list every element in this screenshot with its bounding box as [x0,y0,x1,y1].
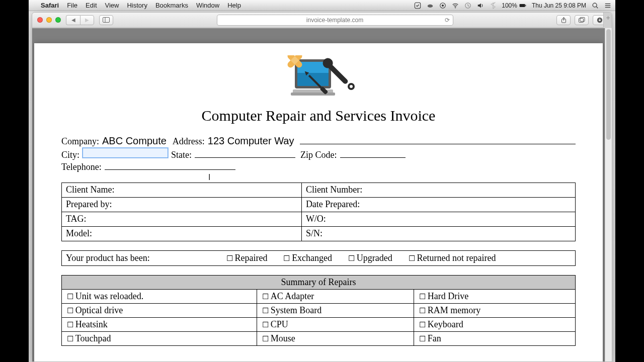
menu-help[interactable]: Help [227,2,241,9]
record-icon[interactable] [439,2,446,9]
svg-rect-17 [580,18,585,22]
table-row: TAG:W/O: [62,212,576,226]
table-row: Optical drive System Board RAM memory [62,303,576,317]
status-repaired-checkbox[interactable]: Repaired [226,253,268,263]
telephone-label: Telephone: [61,161,102,173]
table-row: Model:S/N: [62,226,576,241]
company-value[interactable]: ABC Compute [102,134,167,148]
timemachine-icon[interactable] [464,2,471,9]
forward-button[interactable]: ▶ [80,15,94,25]
window-zoom-button[interactable] [55,17,61,23]
svg-point-8 [593,3,597,7]
summary-header: Summary of Repairs [62,275,576,289]
menu-bookmarks[interactable]: Bookmarks [155,2,188,9]
safari-window: ◀ ▶ invoice-template.com ⟳ + [32,12,612,362]
repair-mouse-checkbox[interactable]: Mouse [262,333,295,343]
table-row: Prepared by:Date Prepared: [62,197,576,212]
summary-of-repairs-table: Summary of Repairs Unit was reloaded. AC… [61,275,576,346]
battery-percent: 100% [502,2,517,9]
table-row: Unit was reloaded. AC Adapter Hard Drive [62,289,576,303]
invoice-logo [61,55,576,103]
invoice-document: Computer Repair and Services Invoice Com… [34,43,603,361]
text-cursor-icon: I [208,172,210,183]
prepared-by-cell[interactable]: Prepared by: [62,197,302,212]
city-input[interactable] [83,148,168,158]
fastswitch-icon[interactable] [414,2,421,9]
repair-keyboard-checkbox[interactable]: Keyboard [419,319,463,329]
spotlight-icon[interactable] [591,2,599,9]
zip-label: Zip Code: [300,149,337,161]
svg-line-9 [596,7,598,8]
volume-icon[interactable] [476,2,484,9]
menu-edit[interactable]: Edit [86,2,97,9]
tabs-button[interactable] [575,15,589,25]
back-button[interactable]: ◀ [66,15,80,25]
svg-rect-20 [291,93,335,96]
menu-window[interactable]: Window [196,2,219,9]
new-tab-button[interactable]: + [603,13,612,28]
menu-file[interactable]: File [67,2,77,9]
date-prepared-cell[interactable]: Date Prepared: [301,197,575,212]
client-info-table: Client Name:Client Number: Prepared by:D… [61,183,576,241]
svg-rect-13 [103,18,110,23]
notification-center-icon[interactable] [604,2,611,9]
status-prompt: Your product has been: [66,253,150,263]
svg-point-1 [427,4,433,7]
menu-view[interactable]: View [105,2,119,9]
wifi-icon[interactable] [451,2,459,9]
safari-toolbar: ◀ ▶ invoice-template.com ⟳ [32,13,612,28]
address-value[interactable]: 123 Computer Way [208,134,294,148]
svg-rect-16 [579,19,583,23]
address-bar[interactable]: invoice-template.com ⟳ [217,15,453,26]
tag-cell[interactable]: TAG: [62,212,302,226]
sn-cell[interactable]: S/N: [301,226,575,241]
repair-touchpad-checkbox[interactable]: Touchpad [67,333,111,343]
repair-ram-checkbox[interactable]: RAM memory [419,305,480,315]
repair-optical-drive-checkbox[interactable]: Optical drive [67,305,123,315]
table-row: Heatsink CPU Keyboard [62,317,576,331]
url-display: invoice-template.com [306,17,363,24]
svg-rect-0 [415,3,420,8]
repair-hard-drive-checkbox[interactable]: Hard Drive [419,291,468,301]
repair-heatsink-checkbox[interactable]: Heatsink [67,319,108,329]
wo-cell[interactable]: W/O: [301,212,575,226]
svg-rect-6 [520,4,525,7]
state-label: State: [171,149,192,161]
sidebar-toggle-button[interactable] [99,15,113,25]
company-label: Company: [61,135,99,147]
svg-point-4 [455,7,456,8]
repair-cpu-checkbox[interactable]: CPU [262,319,288,329]
repair-ac-adapter-checkbox[interactable]: AC Adapter [262,291,314,301]
table-row: Client Name:Client Number: [62,183,576,197]
repair-system-board-checkbox[interactable]: System Board [262,305,321,315]
battery-icon[interactable] [519,2,527,9]
repair-unit-reloaded-checkbox[interactable]: Unit was reloaded. [67,291,143,301]
share-button[interactable] [556,15,571,25]
page-viewport: Computer Repair and Services Invoice Com… [32,28,605,361]
client-name-cell[interactable]: Client Name: [62,183,302,197]
vertical-scrollbar[interactable] [605,28,612,361]
app-name[interactable]: Safari [41,2,59,9]
svg-point-29 [350,85,353,88]
menu-history[interactable]: History [127,2,147,9]
repair-fan-checkbox[interactable]: Fan [419,333,441,343]
address-label: Address: [173,135,205,147]
client-number-cell[interactable]: Client Number: [301,183,575,197]
menubar-datetime[interactable]: Thu Jun 25 9:08 PM [532,2,586,9]
status-returned-checkbox[interactable]: Returned not repaired [409,253,496,263]
cloud-icon[interactable] [426,2,434,9]
product-status-row: Your product has been: Repaired Exchange… [61,250,576,266]
window-close-button[interactable] [37,17,43,23]
reload-icon[interactable]: ⟳ [445,17,450,24]
city-label: City: [61,149,79,161]
invoice-title: Computer Repair and Services Invoice [61,107,576,124]
svg-point-3 [442,4,444,6]
window-minimize-button[interactable] [46,17,52,23]
status-upgraded-checkbox[interactable]: Upgraded [348,253,392,263]
model-cell[interactable]: Model: [62,226,302,241]
svg-rect-7 [526,5,526,6]
table-row: Touchpad Mouse Fan [62,331,576,345]
bluetooth-icon[interactable] [489,2,497,9]
status-exchanged-checkbox[interactable]: Exchanged [283,253,332,263]
macos-menubar: Safari File Edit View History Bookmarks … [29,0,615,11]
